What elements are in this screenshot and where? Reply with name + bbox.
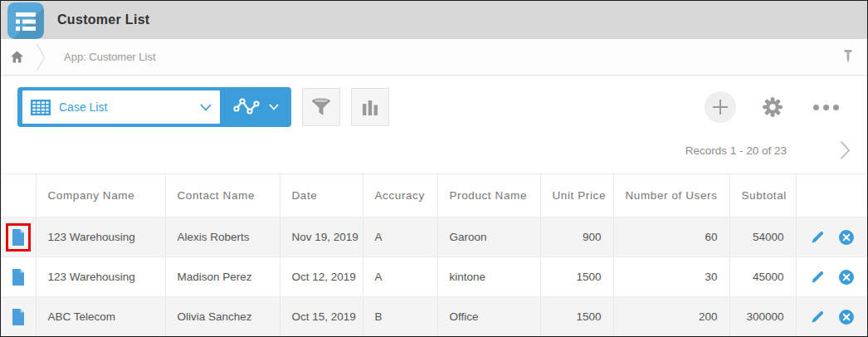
- cell-contact-name: Alexis Roberts: [165, 217, 280, 257]
- cell-accuracy: A: [363, 257, 437, 297]
- header-contact-name: Contact Name: [165, 174, 280, 217]
- pencil-icon: [811, 310, 825, 324]
- header-number-of-users: Number of Users: [613, 174, 729, 217]
- header-actions-col: [796, 174, 868, 217]
- cell-date: Nov 19, 2019: [280, 217, 363, 257]
- cell-unit-price: 1500: [540, 257, 613, 297]
- cell-number-of-users: 200: [613, 297, 729, 337]
- cell-product-name: kintone: [437, 257, 540, 297]
- records-count-label: Records 1 - 20 of 23: [685, 144, 787, 157]
- cell-product-name: Garoon: [437, 217, 540, 257]
- header-record-icon-col: [1, 174, 36, 217]
- delete-record-button[interactable]: [838, 229, 855, 246]
- page-title: Customer List: [57, 12, 149, 27]
- breadcrumb-app-link[interactable]: App: Customer List: [64, 51, 156, 63]
- header-company-name: Company Name: [36, 174, 165, 217]
- cell-record-icon: [1, 217, 36, 257]
- table-view-icon: [31, 100, 51, 115]
- view-select-dropdown[interactable]: Case List: [22, 90, 220, 124]
- edit-record-button[interactable]: [811, 310, 825, 324]
- cell-unit-price: 1500: [540, 297, 613, 337]
- table-header-row: Company Name Contact Name Date Accuracy …: [1, 174, 868, 217]
- line-graph-icon: [232, 97, 261, 117]
- add-record-button[interactable]: [705, 91, 736, 123]
- cell-number-of-users: 60: [613, 217, 729, 257]
- home-icon[interactable]: [10, 51, 24, 63]
- filter-icon: [310, 98, 332, 117]
- cell-number-of-users: 30: [613, 257, 729, 297]
- header-unit-price: Unit Price: [540, 174, 613, 217]
- breadcrumb-separator-icon: [36, 43, 46, 71]
- header-accuracy: Accuracy: [363, 174, 437, 217]
- chevron-right-icon: [840, 140, 851, 160]
- open-record-icon[interactable]: [6, 263, 31, 291]
- delete-record-button[interactable]: [838, 309, 855, 325]
- chevron-down-icon: [200, 100, 212, 115]
- cell-accuracy: B: [363, 297, 437, 337]
- cell-subtotal: 45000: [729, 257, 796, 297]
- record-table: Company Name Contact Name Date Accuracy …: [1, 173, 868, 337]
- cell-date: Oct 12, 2019: [280, 257, 363, 297]
- cell-actions: [796, 217, 868, 257]
- app-menu-icon[interactable]: [7, 2, 44, 39]
- cell-company-name: 123 Warehousing: [36, 257, 165, 297]
- breadcrumb: App: Customer List: [1, 39, 867, 76]
- cell-unit-price: 900: [540, 217, 613, 257]
- selected-view-label: Case List: [59, 100, 200, 114]
- toolbar: Case List: [1, 87, 867, 127]
- pencil-icon: [811, 230, 825, 244]
- edit-record-button[interactable]: [811, 230, 825, 244]
- app-header: Customer List: [1, 1, 867, 39]
- more-options-button[interactable]: [809, 105, 839, 110]
- graph-view-button[interactable]: [220, 87, 291, 127]
- cell-actions: [796, 257, 868, 297]
- chevron-down-icon: [269, 104, 279, 110]
- app-window: Customer List App: Customer List: [0, 0, 868, 337]
- header-subtotal: Subtotal: [729, 174, 796, 217]
- table-row[interactable]: ABC Telecom Olivia Sanchez Oct 15, 2019 …: [1, 297, 868, 337]
- next-page-button[interactable]: [836, 137, 854, 164]
- ellipsis-icon: [813, 105, 819, 110]
- chart-button[interactable]: [351, 88, 389, 126]
- delete-record-button[interactable]: [838, 269, 855, 286]
- gear-icon: [761, 95, 784, 119]
- document-icon: [12, 229, 25, 246]
- x-circle-icon: [838, 269, 855, 286]
- header-product-name: Product Name: [437, 174, 540, 217]
- document-icon: [12, 269, 25, 286]
- cell-record-icon: [1, 257, 36, 297]
- cell-date: Oct 15, 2019: [280, 297, 363, 337]
- cell-subtotal: 300000: [729, 297, 796, 337]
- x-circle-icon: [838, 309, 855, 325]
- table-row[interactable]: 123 Warehousing Alexis Roberts Nov 19, 2…: [1, 217, 868, 257]
- pin-icon[interactable]: [842, 49, 854, 69]
- view-switcher: Case List: [17, 87, 291, 127]
- toolbar-right: [705, 91, 851, 123]
- cell-actions: [796, 297, 868, 337]
- plus-icon: [711, 98, 729, 116]
- cell-accuracy: A: [363, 217, 437, 257]
- cell-contact-name: Madison Perez: [165, 257, 280, 297]
- bar-chart-icon: [362, 98, 378, 116]
- edit-record-button[interactable]: [811, 270, 825, 284]
- filter-button[interactable]: [302, 88, 340, 126]
- document-icon: [12, 309, 25, 325]
- settings-button[interactable]: [761, 95, 784, 119]
- pencil-icon: [811, 270, 825, 284]
- x-circle-icon: [838, 229, 855, 246]
- cell-record-icon: [1, 297, 36, 337]
- cell-subtotal: 54000: [729, 217, 796, 257]
- header-date: Date: [280, 174, 363, 217]
- cell-company-name: ABC Telecom: [36, 297, 165, 337]
- table-row[interactable]: 123 Warehousing Madison Perez Oct 12, 20…: [1, 257, 868, 297]
- cell-product-name: Office: [437, 297, 540, 337]
- open-record-icon[interactable]: [6, 223, 31, 252]
- pagination-bar: Records 1 - 20 of 23: [1, 127, 867, 173]
- cell-company-name: 123 Warehousing: [36, 217, 165, 257]
- open-record-icon[interactable]: [6, 303, 31, 331]
- cell-contact-name: Olivia Sanchez: [165, 297, 280, 337]
